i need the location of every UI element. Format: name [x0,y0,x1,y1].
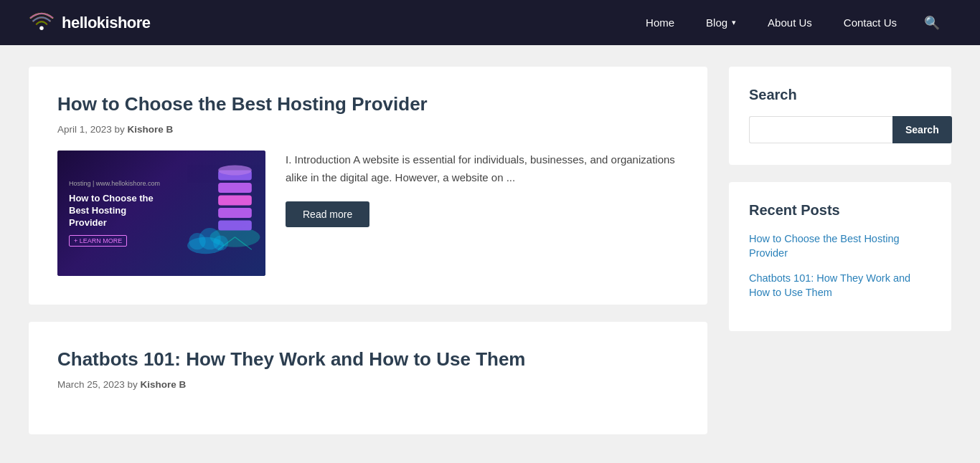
site-logo[interactable]: hellokishore [29,10,151,36]
nav-search-icon[interactable]: 🔍 [913,0,951,45]
svg-rect-2 [218,220,252,230]
article-image-decoration [172,158,265,258]
svg-point-7 [218,165,252,175]
nav-links: Home Blog ▾ About Us Contact Us 🔍 [630,0,951,45]
navbar: hellokishore Home Blog ▾ About Us Contac… [0,0,980,45]
recent-post-item-2: Chatbots 101: How They Work and How to U… [749,271,931,300]
article-image-1: Hosting | www.hellokishore.com How to Ch… [57,151,265,276]
svg-point-13 [213,235,228,250]
img-title: How to Choose the Best Hosting Provider [69,193,162,229]
search-widget: Search Search [729,67,951,165]
recent-posts-title: Recent Posts [749,202,931,219]
search-widget-title: Search [749,87,931,103]
svg-rect-3 [218,208,252,218]
sidebar: Search Search Recent Posts How to Choose… [729,67,951,348]
recent-post-link-2[interactable]: Chatbots 101: How They Work and How to U… [749,272,910,298]
img-learn-more: + LEARN MORE [69,235,127,247]
article-title-2: Chatbots 101: How They Work and How to U… [57,348,679,372]
recent-posts-widget: Recent Posts How to Choose the Best Host… [729,182,951,331]
article-title-1: How to Choose the Best Hosting Provider [57,92,679,117]
main-content: How to Choose the Best Hosting Provider … [29,67,707,452]
article-card-2: Chatbots 101: How They Work and How to U… [29,322,707,434]
read-more-button-1[interactable]: Read more [286,201,369,227]
article-author-1[interactable]: Kishore B [128,124,174,135]
article-meta-1: April 1, 2023 by Kishore B [57,124,679,135]
img-site-label: Hosting | www.hellokishore.com [69,180,160,187]
article-body-1: Hosting | www.hellokishore.com How to Ch… [57,151,679,276]
nav-blog[interactable]: Blog ▾ [690,0,752,45]
blog-dropdown-arrow: ▾ [732,18,736,27]
page-wrapper: How to Choose the Best Hosting Provider … [0,45,980,463]
article-excerpt-wrap-1: I. Introduction A website is essential f… [286,151,679,227]
nav-home[interactable]: Home [630,0,690,45]
svg-point-0 [39,26,43,29]
search-button[interactable]: Search [892,116,952,143]
nav-about[interactable]: About Us [752,0,828,45]
recent-post-item-1: How to Choose the Best Hosting Provider [749,231,931,261]
recent-post-link-1[interactable]: How to Choose the Best Hosting Provider [749,233,900,259]
article-card-1: How to Choose the Best Hosting Provider … [29,67,707,305]
search-form: Search [749,116,931,143]
site-name: hellokishore [62,14,151,32]
logo-icon [29,10,55,36]
article-author-2[interactable]: Kishore B [141,379,187,390]
article-excerpt-1: I. Introduction A website is essential f… [286,151,679,187]
nav-contact[interactable]: Contact Us [828,0,913,45]
article-meta-2: March 25, 2023 by Kishore B [57,379,679,390]
svg-rect-5 [218,183,252,193]
search-input[interactable] [749,116,892,143]
svg-rect-4 [218,195,252,205]
recent-posts-list: How to Choose the Best Hosting Provider … [749,231,931,300]
